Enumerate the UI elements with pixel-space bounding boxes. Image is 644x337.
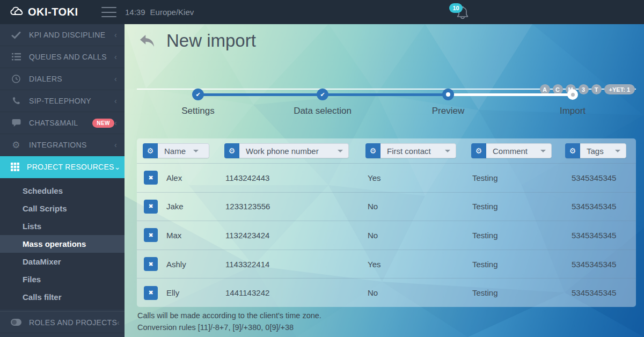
step-label-settings: Settings: [139, 106, 257, 116]
check-icon: ✔: [195, 91, 200, 98]
preview-table: ⚙ Name ⚙ Work phone number ⚙ First conta…: [137, 138, 636, 307]
cell-phone: 1441143242: [224, 288, 365, 297]
cloud-logo-icon: [9, 5, 24, 19]
cell-comment: Testing: [471, 202, 565, 211]
sidebar-subitem-schedules[interactable]: Schedules: [0, 182, 125, 200]
page-title: New import: [166, 31, 256, 51]
gear-icon[interactable]: ⚙: [224, 143, 239, 158]
menu-toggle-icon[interactable]: [101, 7, 116, 17]
caret-down-icon: [540, 150, 546, 152]
sidebar-subitem-lists[interactable]: Lists: [0, 217, 125, 235]
cell-tags: 5345345345: [565, 288, 636, 297]
remove-row-button[interactable]: ✖: [144, 257, 158, 271]
cell-first-contact: Yes: [365, 260, 471, 269]
gear-icon[interactable]: ⚙: [143, 143, 158, 158]
sidebar: KPI AND DISCIPLINE ‹ QUEUES AND CALLS ‹ …: [0, 24, 125, 337]
sidebar-subitem-call-scripts[interactable]: Call Scripts: [0, 200, 125, 217]
cell-comment: Testing: [471, 231, 565, 240]
sidebar-item-queues-and-calls[interactable]: QUEUES AND CALLS ‹: [0, 46, 125, 68]
column-select-tags[interactable]: Tags: [580, 143, 626, 158]
chevron-left-icon: ‹: [117, 318, 120, 327]
chevron-left-icon: ‹: [114, 119, 117, 127]
remove-row-button[interactable]: ✖: [144, 228, 158, 242]
cell-name: Jake: [166, 202, 184, 211]
back-button[interactable]: [138, 34, 156, 50]
cell-name: Ashly: [166, 260, 186, 269]
cell-phone: 1233123556: [224, 202, 365, 211]
chevron-left-icon: ‹: [114, 97, 117, 105]
sidebar-item-sip-telephony[interactable]: SIP-TELEPHONY ‹: [0, 90, 125, 112]
sidebar-subitem-files[interactable]: Files: [0, 270, 125, 288]
topbar: OKI-TOKI 14:39 Europe/Kiev 10: [0, 0, 644, 24]
remove-row-button[interactable]: ✖: [144, 286, 158, 300]
table-row: ✖Jake 1233123556 No Testing 5345345345: [137, 192, 636, 221]
sidebar-item-dialers[interactable]: DIALERS ‹: [0, 68, 125, 90]
time: 14:39: [125, 8, 145, 17]
sidebar-item-kpi-and-discipline[interactable]: KPI AND DISCIPLINE ‹: [0, 24, 125, 46]
cell-tags: 5345345345: [565, 231, 636, 240]
cell-name: Max: [166, 231, 181, 240]
table-row: ✖Elly 1441143242 No Testing 5345345345: [137, 278, 636, 307]
cell-name: Alex: [166, 173, 182, 182]
remove-row-button[interactable]: ✖: [144, 171, 158, 185]
column-select-name[interactable]: Name: [158, 143, 209, 158]
sidebar-subitem-datamixer[interactable]: DataMixer: [0, 253, 125, 270]
sidebar-item-project-resources[interactable]: PROJECT RESOURCES ⌄: [0, 156, 125, 178]
table-row: ✖Max 1132423424 No Testing 5345345345: [137, 221, 636, 250]
cell-phone: 1132423424: [224, 231, 365, 240]
chevron-left-icon: ‹: [114, 53, 117, 61]
sidebar-subitem-mass-operations[interactable]: Mass operations: [0, 235, 125, 253]
check-icon: ✔: [320, 91, 325, 98]
clock-icon: [11, 75, 21, 83]
cell-comment: Testing: [471, 288, 565, 297]
step-dot-preview[interactable]: [442, 89, 454, 100]
notifications-bell[interactable]: 10: [452, 3, 474, 23]
cell-name: Elly: [166, 288, 179, 297]
cell-comment: Testing: [471, 173, 565, 182]
column-select-comment[interactable]: Comment: [486, 143, 552, 158]
badge-3[interactable]: 3: [579, 84, 589, 94]
main-content: New import A C M 3 T +YET: 1 ✔ ✔ Setting…: [125, 24, 644, 337]
remove-row-button[interactable]: ✖: [144, 200, 158, 214]
toggle-icon: [11, 319, 21, 326]
cell-phone: 1143242443: [224, 173, 365, 182]
stepper-track-pending: [448, 93, 573, 96]
column-control-comment: ⚙ Comment: [471, 143, 552, 158]
grid-icon: [11, 163, 19, 171]
cell-tags: 5345345345: [565, 260, 636, 269]
step-label-data-selection: Data selection: [264, 106, 382, 116]
gear-icon[interactable]: ⚙: [471, 143, 486, 158]
step-dot-settings[interactable]: ✔: [192, 89, 204, 100]
column-control-first-contact: ⚙ First contact: [365, 143, 456, 158]
sidebar-subitem-calls-filter[interactable]: Calls filter: [0, 288, 125, 306]
notifications-count-badge: 10: [449, 3, 463, 13]
cell-first-contact: No: [365, 288, 471, 297]
step-dot-import[interactable]: [567, 89, 578, 100]
conversion-rules: Conversion rules [11]/-8+7, [9]/+380, 0[…: [137, 321, 321, 333]
badge-more[interactable]: +YET: 1: [604, 84, 635, 94]
chevron-down-icon: ⌄: [114, 163, 121, 171]
table-header: ⚙ Name ⚙ Work phone number ⚙ First conta…: [137, 138, 636, 163]
column-select-phone[interactable]: Work phone number: [239, 143, 349, 158]
sidebar-item-roles-and-projects[interactable]: ROLES AND PROJECTS ‹: [0, 311, 125, 333]
gears-icon: ⚙: [11, 140, 21, 151]
step-dot-data-selection[interactable]: ✔: [317, 89, 328, 100]
chevron-left-icon: ‹: [114, 31, 117, 39]
timezone: Europe/Kiev: [150, 8, 194, 17]
sidebar-item-integrations[interactable]: ⚙ INTEGRATIONS ‹: [0, 134, 125, 156]
table-row: ✖Alex 1143242443 Yes Testing 5345345345: [137, 163, 636, 192]
chevron-left-icon: ‹: [114, 141, 117, 149]
table-row: ✖Ashly 1143322414 Yes Testing 5345345345: [137, 250, 636, 279]
brand[interactable]: OKI-TOKI: [9, 0, 78, 24]
clock: 14:39 Europe/Kiev: [125, 0, 194, 24]
cell-phone: 1143322414: [224, 260, 365, 269]
cell-first-contact: Yes: [365, 173, 471, 182]
project-resources-submenu: Schedules Call Scripts Lists Mass operat…: [0, 178, 125, 310]
caret-down-icon: [445, 150, 450, 152]
gear-icon[interactable]: ⚙: [365, 143, 380, 158]
sidebar-item-chats-mail[interactable]: CHATS&MAIL NEW ‹: [0, 112, 125, 134]
timezone-note: Calls will be made according to the clie…: [137, 310, 321, 321]
column-select-first-contact[interactable]: First contact: [380, 143, 456, 158]
gear-icon[interactable]: ⚙: [565, 143, 580, 158]
badge-t[interactable]: T: [591, 84, 602, 94]
